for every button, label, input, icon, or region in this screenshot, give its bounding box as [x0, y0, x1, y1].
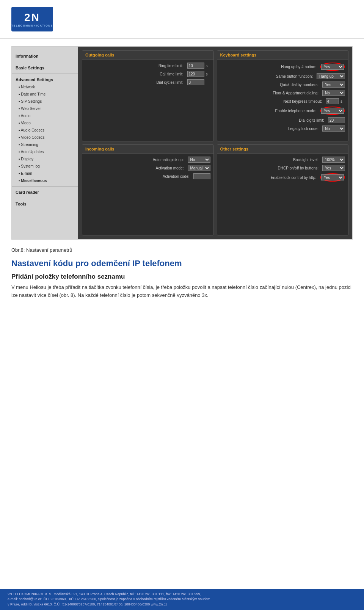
body-text: V menu Heliosu je třeba přiřadit na tlač…	[11, 284, 353, 300]
sidebar-item-network[interactable]: ▪ Network	[12, 83, 78, 91]
floor-label: Floor & Appartment dialing:	[220, 91, 321, 95]
other-settings-title: Other settings	[217, 145, 348, 154]
quick-dial-select[interactable]: Yes No	[322, 82, 345, 88]
telephone-mode-label: Enable telephone mode:	[220, 109, 319, 113]
other-settings-content: Backlight level: 100% 75% 50% DHCP on/of…	[217, 154, 348, 187]
footer-line-2: e-mail: obchod@2n.cz IČO: 26183960, DIČ:…	[8, 597, 356, 602]
sidebar-divider-2	[12, 74, 78, 74]
incoming-calls-panel: Incoming calls Automatic pick up: No Yes…	[82, 144, 214, 235]
telephone-mode-highlight: Yes No	[320, 107, 345, 115]
dhcp-select[interactable]: Yes No	[322, 165, 345, 171]
hangup-select[interactable]: Yes No	[321, 64, 344, 70]
sidebar-item-display[interactable]: ▪ Display	[12, 155, 78, 163]
keypress-row: Next keypress timeout: s	[220, 98, 345, 104]
dial-digits-input[interactable]	[328, 117, 345, 123]
backlight-label: Backlight level:	[220, 158, 321, 162]
sidebar-item-audio-codecs[interactable]: ▪ Audio Codecs	[12, 127, 78, 134]
spacer	[0, 303, 364, 531]
dial-cycles-label: Dial cycles limit:	[85, 80, 186, 85]
main-settings-area: Outgoing calls Ring time limit: s Call t…	[78, 47, 352, 239]
sidebar-item-system-log[interactable]: ▪ System log	[12, 163, 78, 170]
sidebar-item-auto-updates[interactable]: ▪ Auto Updates	[12, 148, 78, 155]
sidebar-item-streaming[interactable]: ▪ Streaming	[12, 141, 78, 148]
same-button-row: Same button function: Hang up Other	[220, 73, 345, 79]
call-time-input[interactable]	[187, 71, 204, 77]
sidebar-divider-1	[12, 62, 78, 62]
keypress-input[interactable]	[326, 98, 339, 104]
ring-time-input[interactable]	[187, 63, 204, 69]
call-time-unit: s	[206, 72, 210, 76]
sidebar-item-tools[interactable]: Tools	[12, 200, 78, 208]
screenshot-container: Information Basic Settings Advanced Sett…	[11, 46, 353, 240]
dhcp-row: DHCP on/off by buttons: Yes No	[220, 165, 345, 171]
backlight-row: Backlight level: 100% 75% 50%	[220, 157, 345, 163]
sidebar-item-web-server[interactable]: ▪ Web Server	[12, 105, 78, 112]
activation-code-input[interactable]	[193, 173, 210, 179]
sidebar-divider-4	[12, 198, 78, 198]
activation-code-label: Activation code:	[85, 174, 192, 179]
sidebar-item-email[interactable]: ▪ E-mail	[12, 170, 78, 177]
ring-time-row: Ring time limit: s	[85, 63, 210, 69]
incoming-calls-content: Automatic pick up: No Yes Activation mod…	[82, 154, 213, 185]
telephone-mode-row: Enable telephone mode: Yes No	[220, 107, 345, 115]
outgoing-calls-panel: Outgoing calls Ring time limit: s Call t…	[82, 50, 214, 141]
dial-cycles-input[interactable]	[187, 79, 204, 85]
main-heading: Nastavení kódu pro odemčení IP telefonem	[11, 259, 353, 268]
sidebar-item-video[interactable]: ▪ Video	[12, 119, 78, 127]
legacy-lock-label: Legacy lock code:	[220, 127, 321, 131]
lock-control-row: Enable lock control by http: Yes No	[220, 173, 345, 182]
sub-heading: Přidání položky telefonního seznamu	[11, 273, 353, 281]
legacy-lock-row: Legacy lock code: No Yes	[220, 125, 345, 132]
sidebar-item-card-reader[interactable]: Card reader	[12, 188, 78, 196]
call-time-label: Call time limit:	[85, 72, 186, 76]
activation-code-row: Activation code:	[85, 173, 210, 179]
sidebar-item-advanced-settings[interactable]: Advanced Settings	[12, 76, 78, 83]
activation-mode-label: Activation mode:	[85, 166, 186, 170]
hangup-label: Hang up by # button:	[220, 65, 319, 69]
sidebar-item-sip-settings[interactable]: ▪ SIP Settings	[12, 98, 78, 105]
ring-time-unit: s	[206, 64, 210, 68]
telephone-mode-select[interactable]: Yes No	[321, 108, 344, 114]
auto-pickup-label: Automatic pick up:	[85, 158, 186, 162]
activation-mode-select[interactable]: Manual Auto	[188, 165, 210, 171]
lock-control-highlight: Yes No	[320, 173, 345, 182]
sidebar-item-miscellaneous[interactable]: ▪ Miscellaneous	[12, 177, 78, 184]
incoming-calls-title: Incoming calls	[82, 145, 213, 154]
legacy-lock-select[interactable]: No Yes	[322, 125, 345, 132]
sidebar-item-audio[interactable]: ▪ Audio	[12, 112, 78, 119]
backlight-select[interactable]: 100% 75% 50%	[322, 157, 345, 163]
sidebar-item-video-codecs[interactable]: ▪ Video Codecs	[12, 134, 78, 141]
quick-dial-row: Quick dial by numbers: Yes No	[220, 82, 345, 88]
right-panels: Keyboard settings Hang up by # button: Y…	[217, 50, 349, 235]
auto-pickup-select[interactable]: No Yes	[188, 157, 210, 163]
footer-line-3: v Praze, oddíl B, vložka 6613. Č.Ú.: 51-…	[8, 602, 356, 607]
outgoing-calls-title: Outgoing calls	[82, 51, 213, 60]
keypress-label: Next keypress timeout:	[220, 99, 325, 103]
dial-digits-row: Dial digits limit:	[220, 117, 345, 123]
sidebar-item-date-time[interactable]: ▪ Date and Time	[12, 91, 78, 98]
dial-digits-label: Dial digits limit:	[220, 118, 327, 122]
keyboard-settings-content: Hang up by # button: Yes No Same button …	[217, 60, 348, 137]
dhcp-label: DHCP on/off by buttons:	[220, 166, 321, 170]
sidebar-item-basic-settings[interactable]: Basic Settings	[12, 64, 78, 72]
dial-cycles-row: Dial cycles limit:	[85, 79, 210, 85]
footer: 2N TELEKOMUNIKACE a. s., Modřanská 621, …	[0, 589, 364, 610]
logo: 2N TELECOMMUNICATIONS	[11, 7, 53, 31]
call-time-row: Call time limit: s	[85, 71, 210, 77]
floor-select[interactable]: No Yes	[322, 90, 345, 96]
activation-mode-row: Activation mode: Manual Auto	[85, 165, 210, 171]
other-settings-panel: Other settings Backlight level: 100% 75%…	[217, 144, 349, 235]
logo-area: 2N TELECOMMUNICATIONS	[0, 0, 364, 39]
footer-line-1: 2N TELEKOMUNIKACE a. s., Modřanská 621, …	[8, 592, 356, 597]
logo-text: 2N	[24, 11, 40, 24]
logo-subtitle: TELECOMMUNICATIONS	[11, 24, 53, 27]
quick-dial-label: Quick dial by numbers:	[220, 83, 321, 87]
sidebar-item-information[interactable]: Information	[12, 52, 78, 60]
same-button-select[interactable]: Hang up Other	[317, 73, 345, 79]
keyboard-settings-panel: Keyboard settings Hang up by # button: Y…	[217, 50, 349, 141]
ring-time-label: Ring time limit:	[85, 64, 186, 68]
keyboard-settings-title: Keyboard settings	[217, 51, 348, 60]
keypress-unit: s	[340, 99, 345, 103]
lock-control-label: Enable lock control by http:	[220, 176, 319, 180]
lock-control-select[interactable]: Yes No	[321, 174, 344, 180]
